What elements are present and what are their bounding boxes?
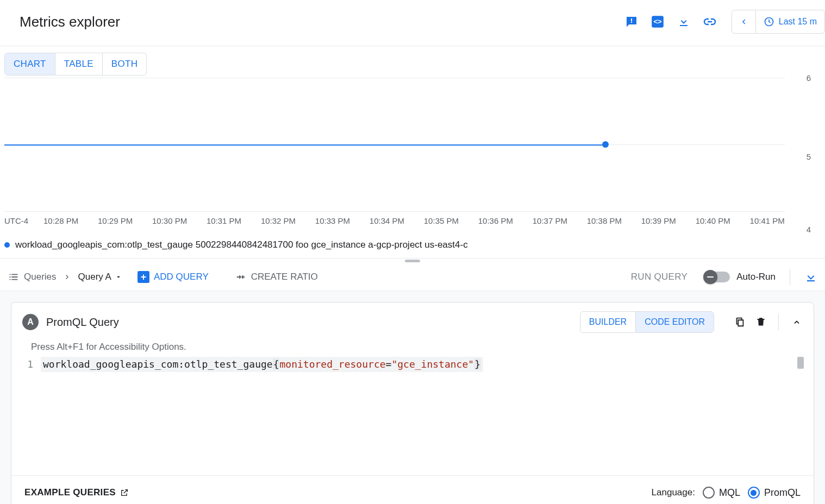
x-tick: 10:32 PM — [261, 216, 296, 225]
feedback-icon[interactable] — [618, 9, 645, 35]
x-tick: 10:40 PM — [696, 216, 730, 225]
example-queries-link[interactable]: EXAMPLE QUERIES — [24, 487, 129, 498]
x-tick: 10:34 PM — [370, 216, 404, 225]
x-tick: 10:33 PM — [315, 216, 350, 225]
header: Metrics explorer <> Last 15 m — [0, 0, 825, 46]
accessibility-hint: Press Alt+F1 for Accessibility Options. — [11, 342, 814, 357]
x-tick: 10:29 PM — [98, 216, 133, 225]
query-panel-area: A PromQL Query BUILDER CODE EDITOR Pr — [0, 291, 825, 504]
legend-color-dot — [4, 242, 10, 248]
plus-icon: + — [138, 271, 149, 283]
json-icon[interactable]: <> — [645, 9, 671, 35]
line-number: 1 — [19, 357, 41, 372]
tab-chart[interactable]: CHART — [5, 53, 55, 75]
query-selector[interactable]: Query A — [78, 272, 122, 282]
list-icon — [8, 271, 20, 283]
series-last-point — [602, 141, 609, 148]
code-editor-mode-button[interactable]: CODE EDITOR — [635, 312, 714, 332]
clock-icon — [764, 16, 774, 27]
query-panel: A PromQL Query BUILDER CODE EDITOR Pr — [11, 302, 814, 504]
editor-mode-toggle: BUILDER CODE EDITOR — [580, 311, 714, 333]
add-query-button[interactable]: + ADD QUERY — [138, 271, 209, 283]
x-tick: 10:36 PM — [478, 216, 513, 225]
chart-legend[interactable]: workload_googleapis_com:otlp_test_gauge … — [0, 235, 825, 259]
y-tick: 4 — [807, 225, 811, 234]
editor-scrollbar[interactable] — [797, 357, 804, 369]
auto-run-label: Auto-Run — [736, 272, 776, 282]
chart-plot-area — [4, 78, 785, 211]
x-tick: 10:35 PM — [424, 216, 459, 225]
ratio-icon — [235, 271, 247, 283]
header-actions: <> Last 15 m — [618, 9, 825, 35]
external-link-icon — [120, 488, 129, 497]
panel-title: PromQL Query — [46, 316, 119, 329]
y-tick: 5 — [807, 152, 811, 161]
run-query-button[interactable]: RUN QUERY — [631, 272, 688, 282]
collapse-panel-button[interactable] — [791, 316, 803, 329]
svg-text:<>: <> — [653, 17, 662, 26]
x-tick: 10:30 PM — [152, 216, 187, 225]
language-selector: Language: MQL PromQL — [652, 487, 801, 499]
queries-label: Queries — [24, 272, 57, 282]
legend-label: workload_googleapis_com:otlp_test_gauge … — [15, 240, 468, 250]
download-icon[interactable] — [671, 9, 697, 35]
panel-footer: EXAMPLE QUERIES Language: MQL PromQL — [11, 475, 814, 504]
view-tabs: CHART TABLE BOTH — [4, 53, 147, 75]
time-range-selector[interactable]: Last 15 m — [756, 16, 824, 27]
radio-mql[interactable]: MQL — [703, 487, 740, 499]
collapse-all-button[interactable] — [804, 270, 817, 284]
auto-run-toggle[interactable] — [705, 272, 730, 282]
language-label: Language: — [652, 487, 695, 498]
create-ratio-button[interactable]: CREATE RATIO — [235, 271, 318, 283]
link-icon[interactable] — [697, 9, 723, 35]
chevron-right-icon — [63, 273, 72, 281]
panel-header: A PromQL Query BUILDER CODE EDITOR — [11, 303, 814, 342]
radio-promql[interactable]: PromQL — [748, 487, 801, 499]
x-axis: UTC-4 10:28 PM 10:29 PM 10:30 PM 10:31 P… — [4, 216, 785, 225]
svg-rect-3 — [807, 280, 815, 281]
y-tick: 6 — [807, 73, 811, 83]
page-title: Metrics explorer — [20, 14, 120, 30]
tab-both[interactable]: BOTH — [102, 53, 146, 75]
x-tick: 10:28 PM — [43, 216, 78, 225]
code-line[interactable]: workload_googleapis_com:otlp_test_gauge{… — [41, 357, 483, 372]
code-editor[interactable]: 1 workload_googleapis_com:otlp_test_gaug… — [11, 357, 814, 475]
timezone-label: UTC-4 — [4, 216, 43, 225]
query-toolbar: Queries Query A + ADD QUERY CREATE RATIO… — [0, 263, 825, 291]
series-line — [4, 144, 605, 146]
copy-icon[interactable] — [734, 316, 746, 329]
dropdown-icon — [115, 273, 122, 281]
time-range-label: Last 15 m — [779, 17, 817, 27]
time-back-button[interactable] — [732, 10, 756, 34]
delete-icon[interactable] — [755, 316, 766, 329]
time-range-group: Last 15 m — [732, 10, 825, 34]
tab-table[interactable]: TABLE — [55, 53, 102, 75]
builder-mode-button[interactable]: BUILDER — [580, 312, 635, 332]
x-tick: 10:41 PM — [750, 216, 785, 225]
x-tick: 10:31 PM — [207, 216, 241, 225]
resize-handle[interactable] — [0, 259, 825, 263]
x-tick: 10:38 PM — [587, 216, 622, 225]
x-tick: 10:39 PM — [641, 216, 676, 225]
chart[interactable]: 6 5 4 UTC-4 10:28 PM 10:29 PM 10:30 PM 1… — [4, 78, 821, 235]
x-tick: 10:37 PM — [533, 216, 567, 225]
query-badge: A — [22, 314, 39, 330]
